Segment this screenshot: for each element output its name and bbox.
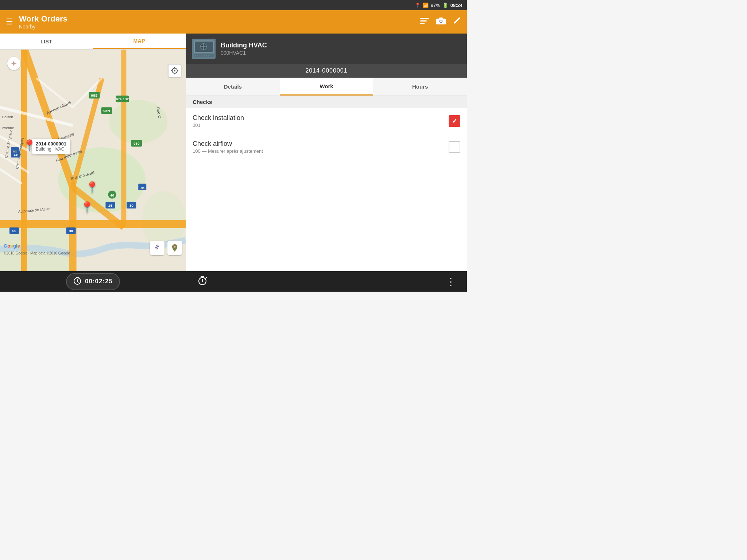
timer-icon (73, 277, 81, 287)
check-item-2[interactable]: Check airflow 100 — Mesurer après ajuste… (186, 134, 467, 160)
svg-rect-72 (194, 54, 214, 57)
check-item-text-1: Check installation 001 (193, 114, 449, 128)
svg-text:30: 30 (129, 203, 134, 207)
clock: 08:24 (450, 3, 462, 8)
crosshair-button[interactable] (168, 64, 181, 77)
edit-icon[interactable] (453, 17, 461, 27)
check-item-title-2: Check airflow (193, 140, 449, 148)
filter-icon[interactable] (420, 17, 429, 27)
view-tabs: LIST MAP (0, 34, 186, 50)
bottom-bar: 00:02:25 ⋮ (0, 271, 467, 292)
google-logo: Google (4, 243, 20, 249)
directions-icon[interactable] (150, 241, 165, 255)
svg-point-4 (440, 20, 442, 22)
wo-header: Building HVAC 000HVAC1 (186, 34, 467, 64)
check-item-title-1: Check installation (193, 114, 449, 122)
svg-text:Delson: Delson (2, 115, 13, 119)
detail-tabs: Details Work Hours (186, 78, 467, 96)
wo-info: Building HVAC 000HVAC1 (221, 42, 461, 56)
check-item-text-2: Check airflow 100 — Mesurer après ajuste… (193, 140, 449, 154)
stopwatch-icon[interactable] (198, 276, 207, 287)
svg-rect-0 (420, 18, 429, 19)
camera-icon[interactable] (436, 17, 446, 27)
maps-icon[interactable] (167, 241, 182, 255)
timer-pill[interactable]: 00:02:25 (66, 273, 120, 290)
svg-text:30: 30 (69, 229, 73, 233)
callout-subtitle: Building HVAC (36, 147, 66, 152)
main-layout: LIST MAP (0, 34, 467, 271)
more-icon[interactable]: ⋮ (446, 276, 455, 288)
wo-code: 000HVAC1 (221, 50, 461, 56)
status-bar: 📍 📶 97% 🔋 08:24 (0, 0, 467, 10)
location-icon: 📍 (415, 3, 421, 8)
timer-value: 00:02:25 (85, 278, 113, 285)
callout-title: 2014-0000001 (36, 141, 66, 147)
svg-line-92 (206, 277, 206, 278)
map-svg: 98S 98N Rte 132 930 15 15 30 55 30 (0, 50, 186, 271)
tab-details[interactable]: Details (186, 78, 280, 96)
svg-text:98N: 98N (103, 109, 110, 113)
wifi-icon: 📶 (423, 3, 429, 8)
svg-point-60 (174, 70, 175, 71)
svg-rect-1 (420, 20, 427, 22)
checks-section: Checks Check installation 001 Check airf… (186, 96, 467, 271)
wo-thumbnail (192, 39, 216, 59)
svg-text:🚌: 🚌 (13, 149, 17, 153)
check-item-sub-2: 100 — Mesurer après ajustement (193, 148, 449, 154)
tab-work[interactable]: Work (280, 78, 374, 96)
app-header: ☰ Work Orders Nearby (0, 10, 467, 34)
svg-rect-10 (21, 50, 27, 271)
svg-rect-11 (0, 220, 186, 228)
checks-header: Checks (186, 96, 467, 108)
battery-icon: 🔋 (442, 3, 448, 8)
left-panel: LIST MAP (0, 34, 186, 271)
map-pin-2[interactable]: 📍 (85, 181, 99, 194)
tab-hours[interactable]: Hours (373, 78, 467, 96)
wo-name: Building HVAC (221, 42, 461, 49)
map-pin-1[interactable]: 📍 (23, 139, 36, 152)
header-title-block: Work Orders Nearby (19, 14, 420, 30)
tab-list[interactable]: LIST (0, 34, 93, 49)
svg-text:98S: 98S (91, 93, 98, 97)
svg-text:🚌: 🚌 (140, 185, 145, 190)
check-item-1[interactable]: Check installation 001 (186, 108, 467, 134)
map-callout[interactable]: 2014-0000001 Building HVAC (32, 139, 70, 154)
svg-text:Avenue: Avenue (2, 126, 14, 130)
svg-text:Rte 132: Rte 132 (116, 97, 129, 101)
map-bottom-icons (150, 241, 182, 255)
battery-percentage: 97% (431, 3, 440, 8)
compass-icon[interactable] (7, 57, 20, 70)
check-checkbox-1[interactable] (449, 115, 460, 127)
app-title: Work Orders (19, 14, 420, 24)
check-checkbox-2[interactable] (449, 141, 460, 153)
status-bar-icons: 📍 📶 97% 🔋 08:24 (415, 3, 462, 8)
svg-text:930: 930 (133, 141, 140, 145)
svg-text:40: 40 (110, 193, 115, 197)
bottom-left: 00:02:25 (0, 273, 186, 290)
menu-icon[interactable]: ☰ (6, 17, 13, 27)
svg-line-85 (77, 281, 78, 282)
right-panel: Building HVAC 000HVAC1 2014-0000001 Deta… (186, 34, 467, 271)
svg-rect-2 (420, 23, 425, 24)
map-area[interactable]: 98S 98N Rte 132 930 15 15 30 55 30 (0, 50, 186, 271)
map-pin-3[interactable]: 📍 (80, 201, 94, 214)
bottom-right: ⋮ (186, 276, 467, 288)
header-actions (420, 17, 461, 27)
svg-marker-58 (11, 63, 17, 64)
tab-map[interactable]: MAP (93, 34, 186, 49)
svg-text:15: 15 (108, 203, 113, 207)
check-item-sub-1: 001 (193, 122, 449, 128)
app-subtitle: Nearby (19, 24, 420, 30)
svg-text:55: 55 (12, 229, 16, 233)
wo-number-bar: 2014-0000001 (186, 64, 467, 78)
map-copyright: ©2016 Google · Map data ©2016 Google (4, 251, 70, 255)
